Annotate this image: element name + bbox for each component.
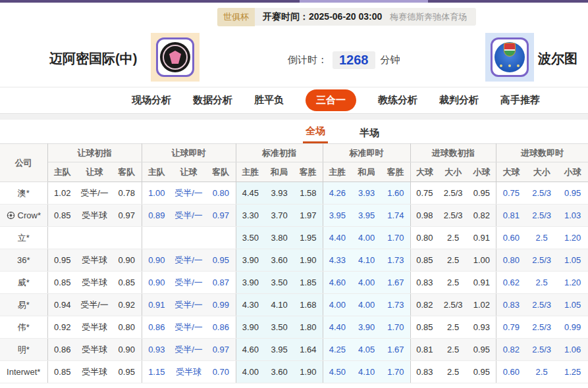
nav-tab-data-analysis[interactable]: 数据分析 <box>193 94 232 107</box>
odds-cell: 1.90 <box>294 361 323 383</box>
odds-cell: 0.91 <box>468 272 496 294</box>
home-logo-frame <box>156 37 194 77</box>
odds-cell: 1.73 <box>381 294 410 316</box>
tab-full-match[interactable]: 全场 <box>303 125 328 143</box>
column-sub-header: 大小 <box>526 162 557 182</box>
odds-cell: 1.05 <box>557 249 588 272</box>
column-group-header: 标准即时 <box>323 144 410 162</box>
odds-cell: 2.5 <box>439 249 468 272</box>
company-cell: 澳* <box>0 182 47 205</box>
odds-cell: 1.67 <box>381 272 410 294</box>
odds-cell: 3.90 <box>352 316 381 339</box>
table-row: 伟*0.92受半球0.800.86受半/一0.863.903.501.804.4… <box>0 316 588 339</box>
nav-tab-win-draw-lose[interactable]: 胜平负 <box>254 94 284 107</box>
odds-cell: 0.85 <box>410 249 439 272</box>
odds-cell: 1.02 <box>468 294 496 316</box>
nav-tab-expert-picks[interactable]: 高手推荐 <box>500 94 540 107</box>
odds-cell: 0.90 <box>112 339 142 361</box>
column-sub-header: 大小 <box>439 162 468 182</box>
odds-cell: 0.90 <box>112 249 142 272</box>
odds-cell: 2.5/3 <box>526 249 557 272</box>
column-sub-header: 大球 <box>410 162 439 182</box>
odds-cell: 1.15 <box>142 361 171 383</box>
odds-cell <box>47 227 77 249</box>
odds-cell: 1.05 <box>557 294 588 316</box>
column-sub-header: 主队 <box>47 162 77 182</box>
odds-cell: 0.80 <box>410 227 439 249</box>
odds-cell: 0.80 <box>496 249 526 272</box>
nav-tab-coach-analysis[interactable]: 教练分析 <box>378 94 417 107</box>
odds-cell: 0.92 <box>112 294 142 316</box>
odds-cell: 2.5 <box>526 272 557 294</box>
odds-cell: 0.85 <box>47 272 77 294</box>
match-info-bar: 世俱杯 开赛时间：2025-06-20 03:00 梅赛德斯奔驰体育场 <box>217 8 476 26</box>
nav-tab-referee-analysis[interactable]: 裁判分析 <box>439 94 479 107</box>
odds-cell: 3.50 <box>236 227 265 249</box>
away-team-name: 波尔图 <box>538 50 577 68</box>
home-team-name: 迈阿密国际(中) <box>49 50 137 68</box>
odds-cell: 0.95 <box>468 182 496 205</box>
odds-cell: 0.95 <box>468 361 496 383</box>
odds-cell: 0.93 <box>142 339 171 361</box>
odds-cell: 3.90 <box>236 272 265 294</box>
column-sub-header: 让球 <box>171 162 206 182</box>
odds-cell: 4.10 <box>352 361 381 383</box>
odds-cell: 2.5 <box>439 316 468 339</box>
odds-cell <box>142 227 171 249</box>
odds-cell: 3.60 <box>265 361 294 383</box>
odds-cell: 0.79 <box>496 316 526 339</box>
odds-cell: 4.40 <box>323 227 352 249</box>
nav-tab-three-in-one[interactable]: 三合一 <box>306 89 356 111</box>
odds-cell: 4.30 <box>236 294 265 316</box>
odds-cell: 0.95 <box>112 361 142 383</box>
odds-cell: 0.82 <box>410 294 439 316</box>
odds-cell: 受半球 <box>171 361 206 383</box>
tab-half-match[interactable]: 半场 <box>357 127 382 143</box>
odds-cell: 0.95 <box>47 249 77 272</box>
odds-cell: 0.80 <box>206 182 236 205</box>
odds-cell: 0.86 <box>47 339 77 361</box>
odds-cell: 1.70 <box>381 361 410 383</box>
odds-cell: 4.60 <box>323 272 352 294</box>
porto-crest-icon <box>494 42 525 72</box>
odds-cell: 0.98 <box>410 205 439 227</box>
odds-cell: 0.94 <box>47 294 77 316</box>
venue: 梅赛德斯奔驰体育场 <box>390 11 467 23</box>
odds-cell: 4.10 <box>352 249 381 272</box>
odds-cell: 4.50 <box>323 361 352 383</box>
odds-cell: 0.99 <box>557 316 588 339</box>
kickoff-label: 开赛时间： <box>263 11 309 22</box>
column-sub-header: 客队 <box>206 162 236 182</box>
odds-cell: 0.80 <box>112 316 142 339</box>
odds-cell: 2.5/3 <box>526 294 557 316</box>
column-sub-header: 客胜 <box>381 162 410 182</box>
odds-cell: 3.95 <box>352 205 381 227</box>
odds-cell: 3.80 <box>265 227 294 249</box>
column-sub-header: 大球 <box>496 162 526 182</box>
odds-cell: 2.5/3 <box>526 316 557 339</box>
table-row: 36*0.95受半球0.900.90受半/一0.953.903.601.904.… <box>0 249 588 272</box>
odds-cell: 3.60 <box>265 249 294 272</box>
column-group-header: 进球数初指 <box>410 144 496 162</box>
odds-cell: 2.5 <box>526 227 557 249</box>
odds-cell: 4.26 <box>323 182 352 205</box>
odds-cell: 1.60 <box>381 182 410 205</box>
column-header-company: 公司 <box>0 144 47 182</box>
company-cell: Crow* <box>0 205 47 227</box>
nav-tab-live-analysis[interactable]: 现场分析 <box>132 94 171 107</box>
odds-cell: 2.5 <box>439 361 468 383</box>
odds-cell: 1.80 <box>294 316 323 339</box>
odds-cell: 2.5 <box>439 272 468 294</box>
table-row: 明*0.86受半球0.900.93受半/一0.974.603.951.644.2… <box>0 339 588 361</box>
odds-cell: 0.82 <box>496 339 526 361</box>
odds-cell: 2.5 <box>439 227 468 249</box>
odds-cell: 3.30 <box>236 205 265 227</box>
odds-cell: 3.90 <box>236 316 265 339</box>
odds-cell: 1.02 <box>47 182 77 205</box>
main-nav: 现场分析 数据分析 胜平负 三合一 教练分析 裁判分析 高手推荐 <box>0 87 588 113</box>
odds-cell: 受半球 <box>77 272 112 294</box>
odds-cell: 2.5/3 <box>526 205 557 227</box>
odds-cell: 3.95 <box>265 339 294 361</box>
odds-cell: 受半/一 <box>171 205 206 227</box>
odds-cell: 1.68 <box>294 294 323 316</box>
